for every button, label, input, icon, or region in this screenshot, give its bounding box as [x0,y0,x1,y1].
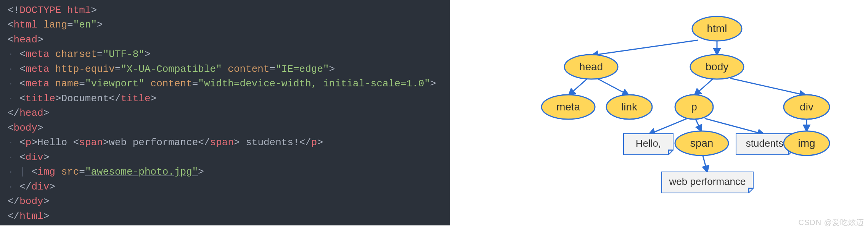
code-token: > [430,78,436,89]
code-token: body [14,122,37,134]
tree-node-label: body [706,61,729,73]
code-token: head [14,34,37,45]
code-token: </ [8,196,19,207]
code-token: > [145,49,151,60]
code-line: · <title>Document</title> [8,91,442,106]
code-token [145,78,151,89]
tree-edge [695,118,702,132]
code-token: content [228,63,269,75]
code-token: html [14,19,37,31]
code-token: = [270,63,276,75]
tree-node-label: html [707,23,727,34]
code-token [49,78,55,89]
code-token: < [19,63,26,75]
code-token: "IE=edge" [275,63,329,75]
code-token: · [8,137,19,148]
code-token: </ [8,107,19,119]
code-token: = [97,49,103,60]
tree-edge [702,155,707,173]
code-token: div [31,181,49,193]
code-token: "UTF-8" [103,49,145,60]
code-token: p [26,137,32,148]
code-token: < [73,137,79,148]
dom-tree-diagram: htmlheadbodymetalinkpdivHello,spanstuden… [450,0,868,230]
code-token: < [8,122,14,134]
tree-note-label: web performance [669,176,746,187]
tree-edge [568,78,588,96]
tree-node-label: p [691,101,697,113]
code-token: · [8,49,19,60]
code-token: > [317,137,323,148]
code-token: > [43,152,50,163]
tree-node-label: span [690,137,714,149]
code-token: = [115,63,121,75]
code-token: > [234,137,240,148]
code-token: body [19,196,43,207]
code-token: < [19,49,26,60]
code-line: · <meta charset="UTF-8"> [8,47,442,62]
code-token: </ [299,137,311,148]
code-token: = [192,78,198,89]
code-token: · [8,152,19,163]
code-token: · | [8,166,31,178]
code-line: <head> [8,32,442,47]
code-token: http-equiv [55,63,115,75]
code-token: html [19,211,43,222]
tree-node-label: link [621,101,638,113]
code-token: web performance [109,137,198,148]
code-token: meta [26,49,49,60]
code-token: < [31,166,37,178]
tree-note-label: Hello, [636,138,661,149]
code-token: > [103,137,109,148]
code-token [55,166,61,178]
code-token: Document [61,93,109,104]
code-token: "en" [73,19,97,31]
code-token: "awesome-photo.jpg" [85,166,198,178]
code-token: span [79,137,103,148]
code-token: span [210,137,234,148]
code-token: · [8,63,19,75]
code-token: lang [43,19,67,31]
code-token: DOCTYPE html [19,5,91,16]
code-token: "viewport" [85,78,145,89]
code-token: · [8,181,19,193]
code-token: p [311,137,317,148]
code-line: · <meta name="viewport" content="width=d… [8,76,442,91]
csdn-watermark: CSDN @爱吃炫迈 [798,217,864,228]
tree-node-label: img [798,137,815,149]
code-token: src [61,166,79,178]
code-token: = [79,166,85,178]
code-token: </ [19,181,31,193]
tree-node-label: head [579,61,603,73]
code-token: name [55,78,79,89]
code-token: charset [55,49,97,60]
code-token: > [198,166,204,178]
code-token: "X-UA-Compatible" [121,63,222,75]
code-token: > [37,34,43,45]
code-token: meta [26,63,49,75]
tree-edge [694,78,714,96]
code-token: > [49,181,55,193]
code-editor: <!DOCTYPE html><html lang="en"><head>· <… [0,0,450,225]
code-token: > [55,93,61,104]
code-token: meta [26,78,49,89]
code-token: < [19,93,26,104]
code-line: · </div> [8,180,442,194]
code-token: = [79,78,85,89]
code-token: div [26,152,43,163]
code-token: head [19,107,43,119]
code-token: < [8,34,14,45]
code-token: < [8,19,14,31]
code-line: <body> [8,121,442,135]
code-token: · [8,78,19,89]
code-line: <!DOCTYPE html> [8,3,442,18]
tree-edge [648,118,687,134]
code-token: title [26,93,55,104]
code-token: students! [240,137,299,148]
code-token: </ [8,211,19,222]
tree-node-label: meta [556,101,580,113]
code-token [37,19,43,31]
code-line: </body> [8,194,442,209]
tree-note-label: students [746,138,783,149]
code-token: "width=device-width, initial-scale=1.0" [198,78,430,89]
